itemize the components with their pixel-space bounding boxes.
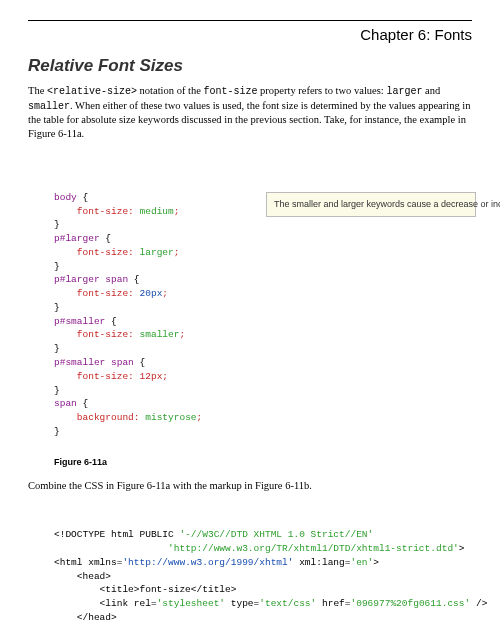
chapter-title: Chapter 6: Fonts (28, 25, 472, 45)
code-block-css: The smaller and larger keywords cause a … (54, 150, 472, 453)
css-code: body { font-size: medium; } p#larger { f… (54, 191, 472, 439)
figure-caption-a: Figure 6-11a (54, 456, 472, 468)
code-block-html: <!DOCTYPE html PUBLIC '-//W3C//DTD XHTML… (54, 501, 472, 622)
section-title: Relative Font Sizes (28, 55, 472, 78)
callout-box: The smaller and larger keywords cause a … (266, 192, 476, 218)
header-rule (28, 20, 472, 21)
intro-paragraph: The <relative-size> notation of the font… (28, 84, 472, 141)
html-code: <!DOCTYPE html PUBLIC '-//W3C//DTD XHTML… (54, 528, 472, 622)
bridge-paragraph: Combine the CSS in Figure 6-11a with the… (28, 479, 472, 493)
